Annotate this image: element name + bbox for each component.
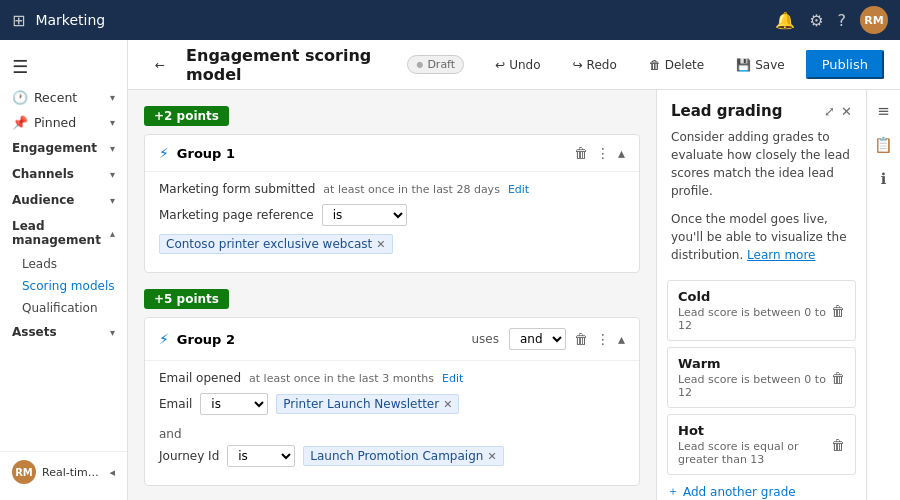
group2-more-icon[interactable]: ⋮ xyxy=(596,331,610,347)
sidebar-item-qualification[interactable]: Qualification xyxy=(0,297,127,319)
scoring-models-label: Scoring models xyxy=(22,279,114,293)
sidebar-group-channels[interactable]: Channels ▾ xyxy=(0,161,127,187)
group1-delete-icon[interactable]: 🗑 xyxy=(574,145,588,161)
grade-hot-card: Hot Lead score is equal or greater than … xyxy=(667,414,856,475)
grade-cold-card: Cold Lead score is between 0 to 12 🗑 xyxy=(667,280,856,341)
bell-icon[interactable]: 🔔 xyxy=(775,11,795,30)
group1-points-badge: +2 points xyxy=(144,106,229,126)
group2-email-tag-remove[interactable]: ✕ xyxy=(443,398,452,411)
group1-title: Group 1 xyxy=(177,146,566,161)
redo-button[interactable]: ↪ Redo xyxy=(562,53,628,77)
qualification-label: Qualification xyxy=(22,301,98,315)
publish-button[interactable]: Publish xyxy=(806,50,884,79)
group1-tag-remove[interactable]: ✕ xyxy=(376,238,385,251)
back-button[interactable]: ← xyxy=(144,53,176,77)
group2-journey-tag-value: Launch Promotion Campaign xyxy=(310,449,483,463)
panel-info-icon-btn[interactable]: ℹ xyxy=(877,166,891,192)
engagement-arrow: ▾ xyxy=(110,143,115,154)
delete-button[interactable]: 🗑 Delete xyxy=(638,53,715,77)
group1-collapse-icon[interactable]: ▴ xyxy=(618,145,625,161)
sidebar-group-audience[interactable]: Audience ▾ xyxy=(0,187,127,213)
add-grade-plus-icon: ＋ xyxy=(667,483,679,500)
grade-warm-card: Warm Lead score is between 0 to 12 🗑 xyxy=(667,347,856,408)
group1-edit-link[interactable]: Edit xyxy=(508,183,529,196)
grade-hot-delete[interactable]: 🗑 xyxy=(831,437,845,453)
save-button[interactable]: 💾 Save xyxy=(725,53,795,77)
grid-icon[interactable]: ⊞ xyxy=(12,11,25,30)
panel-close-icon[interactable]: ✕ xyxy=(841,104,852,119)
status-badge: Draft xyxy=(407,55,464,74)
group2-journey-tag-remove[interactable]: ✕ xyxy=(487,450,496,463)
right-panel-title: Lead grading xyxy=(671,102,782,120)
add-grade-button[interactable]: ＋ Add another grade xyxy=(667,483,856,500)
sidebar-bottom-text: Real-time marketi... xyxy=(42,466,103,479)
group2-email-tag: Printer Launch Newsletter ✕ xyxy=(276,394,459,414)
group2-email-row: Email is is not Printer Launch Newslette… xyxy=(159,393,625,415)
learn-more-link[interactable]: Learn more xyxy=(747,248,815,262)
right-panel-header-icons: ⤢ ✕ xyxy=(824,104,852,119)
add-grade-label: Add another grade xyxy=(683,485,796,499)
save-label: Save xyxy=(755,58,784,72)
sidebar-item-pinned[interactable]: 📌 Pinned ▾ xyxy=(0,110,127,135)
group2-delete-icon[interactable]: 🗑 xyxy=(574,331,588,347)
sidebar-bottom[interactable]: RM Real-time marketi... ◂ xyxy=(0,451,127,492)
grade-cold-delete[interactable]: 🗑 xyxy=(831,303,845,319)
group1-condition-detail: at least once in the last 28 days xyxy=(323,183,500,196)
grade-hot-name: Hot xyxy=(678,423,831,438)
sidebar-item-scoring-models[interactable]: Scoring models xyxy=(0,275,127,297)
group1-field-label: Marketing page reference xyxy=(159,208,314,222)
group2-header-icons: 🗑 ⋮ ▴ xyxy=(574,331,625,347)
redo-icon: ↪ xyxy=(573,58,583,72)
assets-arrow: ▾ xyxy=(110,327,115,338)
grade-hot-info: Hot Lead score is equal or greater than … xyxy=(678,423,831,466)
help-icon[interactable]: ? xyxy=(838,11,847,30)
sidebar-group-assets[interactable]: Assets ▾ xyxy=(0,319,127,345)
grade-hot-range: Lead score is equal or greater than 13 xyxy=(678,440,831,466)
undo-button[interactable]: ↩ Undo xyxy=(484,53,551,77)
group2-condition-row: Email opened at least once in the last 3… xyxy=(159,371,625,385)
delete-label: Delete xyxy=(665,58,704,72)
group1-operator-select[interactable]: is is not contains xyxy=(322,204,407,226)
group2-journey-operator-select[interactable]: is is not xyxy=(227,445,295,467)
group2-collapse-icon[interactable]: ▴ xyxy=(618,331,625,347)
panel-list-icon-btn[interactable]: ≡ xyxy=(873,98,894,124)
right-panel-header: Lead grading ⤢ ✕ xyxy=(657,90,866,128)
right-panel-description: Consider adding grades to evaluate how c… xyxy=(657,128,866,210)
group2-header: ⚡ Group 2 uses and or 🗑 ⋮ ▴ xyxy=(145,318,639,361)
avatar[interactable]: RM xyxy=(860,6,888,34)
group1-header: ⚡ Group 1 🗑 ⋮ ▴ xyxy=(145,135,639,172)
group1-header-icons: 🗑 ⋮ ▴ xyxy=(574,145,625,161)
scoring-canvas: +2 points ⚡ Group 1 🗑 ⋮ ▴ Mar xyxy=(128,90,656,500)
hamburger-button[interactable]: ☰ xyxy=(0,48,127,85)
sidebar-item-leads[interactable]: Leads xyxy=(0,253,127,275)
pinned-arrow: ▾ xyxy=(110,117,115,128)
panel-expand-icon[interactable]: ⤢ xyxy=(824,104,835,119)
group1-tag-value: Contoso printer exclusive webcast xyxy=(166,237,372,251)
app-title: Marketing xyxy=(35,12,105,28)
panel-grade-icon-btn[interactable]: 📋 xyxy=(870,132,897,158)
sidebar-pinned-label: Pinned xyxy=(34,115,76,130)
group2-edit-link[interactable]: Edit xyxy=(442,372,463,385)
recent-icon: 🕐 xyxy=(12,90,28,105)
group2-email-operator-select[interactable]: is is not xyxy=(200,393,268,415)
description-text: Consider adding grades to evaluate how c… xyxy=(671,130,850,198)
group2-condition-label: Email opened xyxy=(159,371,241,385)
gear-icon[interactable]: ⚙ xyxy=(809,11,823,30)
group2-logic-select[interactable]: and or xyxy=(509,328,566,350)
group2-behavior-icon: ⚡ xyxy=(159,331,169,347)
top-nav-icons: 🔔 ⚙ ? RM xyxy=(775,6,888,34)
redo-label: Redo xyxy=(587,58,617,72)
right-panel: Lead grading ⤢ ✕ Consider adding grades … xyxy=(656,90,866,500)
right-panel-description2: Once the model goes live, you'll be able… xyxy=(657,210,866,274)
group2-uses-label: uses xyxy=(471,332,499,346)
group2-journey-tag: Launch Promotion Campaign ✕ xyxy=(303,446,503,466)
sidebar-group-engagement[interactable]: Engagement ▾ xyxy=(0,135,127,161)
page-title: Engagement scoring model xyxy=(186,46,397,84)
group1-more-icon[interactable]: ⋮ xyxy=(596,145,610,161)
sidebar-item-recent[interactable]: 🕐 Recent ▾ xyxy=(0,85,127,110)
sidebar-group-lead-management[interactable]: Lead management ▴ xyxy=(0,213,127,253)
status-text: Draft xyxy=(427,58,455,71)
grade-warm-name: Warm xyxy=(678,356,831,371)
grade-warm-delete[interactable]: 🗑 xyxy=(831,370,845,386)
top-nav: ⊞ Marketing 🔔 ⚙ ? RM xyxy=(0,0,900,40)
